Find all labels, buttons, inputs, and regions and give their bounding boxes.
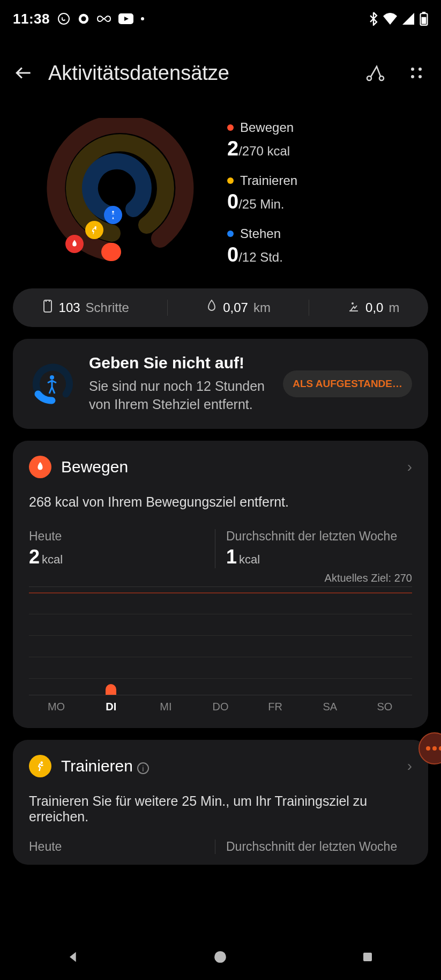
motivation-title: Geben Sie nicht auf! (89, 354, 269, 372)
status-bar: 11:38 (0, 0, 441, 38)
move-ring-icon (65, 235, 84, 253)
stat-steps: 103 Schritte (42, 299, 129, 316)
train-today: Heute (29, 840, 215, 854)
chart-x-label: DO (193, 701, 248, 713)
move-today-label: Heute (29, 529, 215, 544)
svg-point-10 (418, 68, 422, 71)
chart-x-label: MI (138, 701, 193, 713)
nav-home-button[interactable] (210, 946, 231, 968)
climb-value: 0,0 (365, 300, 383, 315)
legend-train-value: 0 (227, 190, 238, 213)
legend-train-goal: /25 Min. (238, 197, 284, 211)
infinity-icon (97, 14, 111, 23)
stand-ring-icon (104, 206, 122, 224)
chart-x-label: SO (357, 701, 412, 713)
youtube-icon (118, 13, 133, 24)
chart-grid (29, 678, 412, 679)
move-dot-icon (227, 124, 234, 131)
legend-move-label: Bewegen (240, 120, 294, 135)
steps-value: 103 (59, 300, 80, 315)
move-avg-value: 1 (226, 546, 237, 568)
move-card-title: Bewegen (61, 458, 398, 476)
legend-train-label: Trainieren (240, 173, 297, 188)
legend-stand-goal: /12 Std. (238, 250, 283, 264)
move-card-subtitle: 268 kcal von Ihrem Bewegungsziel entfern… (29, 494, 412, 510)
chart-x-label: FR (248, 701, 303, 713)
move-chart: Aktuelles Ziel: 270 (29, 586, 412, 688)
train-dot-icon (227, 177, 234, 184)
location-icon (78, 13, 89, 25)
chart-x-label: SA (303, 701, 357, 713)
battery-icon (420, 12, 428, 26)
svg-point-12 (418, 75, 422, 78)
divider (167, 300, 168, 316)
status-time: 11:38 (13, 11, 50, 27)
chevron-right-icon: › (407, 458, 412, 476)
move-today-value: 2 (29, 546, 40, 568)
legend-move: Bewegen 2/270 kcal (227, 120, 428, 160)
stand-dot-icon (227, 231, 234, 237)
svg-point-7 (367, 76, 371, 80)
move-avg-label: Durchschnitt der letzten Woche (226, 529, 412, 544)
app-header: Aktivitätsdatensätze (0, 38, 441, 102)
climb-unit: m (388, 300, 399, 315)
steps-icon (42, 299, 54, 316)
svg-rect-5 (422, 12, 426, 13)
rings-legend: Bewegen 2/270 kcal Trainieren 0/25 Min. … (227, 118, 428, 268)
motivation-icon (29, 361, 75, 407)
system-nav-bar (0, 934, 441, 980)
chart-goal-label: Aktuelles Ziel: 270 (325, 572, 412, 584)
nav-back-button[interactable] (63, 946, 84, 968)
page-title: Aktivitätsdatensätze (48, 62, 349, 85)
more-icon[interactable] (405, 61, 428, 85)
stat-distance: 0,07 km (206, 299, 271, 316)
svg-point-11 (411, 75, 414, 78)
stat-climb: 0,0 m (347, 299, 399, 316)
route-icon[interactable] (363, 61, 386, 85)
stats-summary[interactable]: 103 Schritte 0,07 km 0,0 m (13, 288, 428, 327)
chart-goal-line (29, 592, 412, 593)
chevron-right-icon: › (407, 758, 412, 775)
svg-point-16 (352, 302, 354, 305)
move-card[interactable]: Bewegen › 268 kcal von Ihrem Bewegungszi… (13, 441, 428, 728)
legend-move-value: 2 (227, 137, 238, 160)
back-button[interactable] (13, 62, 34, 84)
svg-point-14 (112, 211, 114, 213)
move-avg-unit: kcal (239, 553, 260, 566)
chart-x-label: MO (29, 701, 84, 713)
mark-as-stood-button[interactable]: ALS AUFGESTANDE… (283, 370, 412, 397)
svg-rect-6 (422, 17, 427, 24)
distance-icon (206, 299, 218, 316)
chart-grid (29, 614, 412, 614)
flame-icon (29, 456, 51, 478)
chart-grid (29, 635, 412, 636)
svg-point-8 (379, 76, 384, 80)
train-card-title: Trainiereni (61, 757, 398, 775)
svg-point-19 (215, 951, 227, 963)
dot-icon (141, 17, 144, 20)
train-card-subtitle: Trainieren Sie für weitere 25 Min., um I… (29, 793, 412, 825)
move-today: Heute 2kcal (29, 529, 215, 568)
svg-point-2 (81, 16, 86, 21)
move-today-unit: kcal (42, 553, 63, 566)
nav-recent-button[interactable] (357, 946, 378, 968)
svg-point-0 (58, 13, 69, 24)
train-card[interactable]: Trainiereni › Trainieren Sie für weitere… (13, 740, 428, 865)
signal-icon (402, 13, 414, 25)
activity-rings[interactable] (13, 118, 211, 268)
chart-xaxis: MODIMIDOFRSASO (29, 695, 412, 713)
train-today-label: Heute (29, 840, 215, 854)
info-icon[interactable]: i (137, 762, 149, 774)
chart-grid (29, 657, 412, 657)
svg-point-18 (40, 761, 43, 764)
exercise-ring-icon (85, 221, 103, 239)
distance-unit: km (253, 300, 271, 315)
divider (309, 300, 309, 316)
legend-stand: Stehen 0/12 Std. (227, 226, 428, 266)
svg-rect-20 (363, 953, 372, 961)
train-avg: Durchschnitt der letzten Woche (215, 840, 412, 854)
motivation-card: Geben Sie nicht auf! Sie sind nur noch 1… (13, 339, 428, 429)
chart-x-label: DI (84, 701, 138, 713)
legend-move-goal: /270 kcal (238, 144, 290, 158)
climb-icon (347, 299, 360, 316)
